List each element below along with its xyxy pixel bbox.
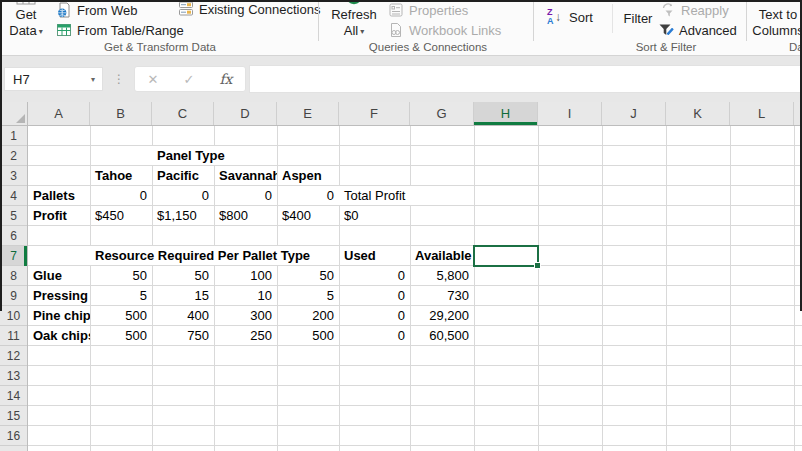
cell-G8[interactable]: 5,800: [410, 266, 474, 285]
row-header-15[interactable]: 15: [0, 406, 27, 426]
cell-C4[interactable]: 0: [152, 186, 214, 205]
cell-B3[interactable]: Tahoe: [90, 166, 152, 185]
cell-G11[interactable]: 60,500: [410, 326, 474, 345]
cell-F10[interactable]: 0: [339, 306, 410, 325]
row-header-11[interactable]: 11: [0, 326, 27, 346]
cell-C10[interactable]: 400: [152, 306, 214, 325]
col-header-F[interactable]: F: [339, 102, 410, 125]
cell-C2[interactable]: Panel Type: [152, 146, 277, 165]
get-data-label-2: Data▾: [2, 23, 50, 40]
cell-A5[interactable]: Profit: [28, 206, 90, 225]
col-header-B[interactable]: B: [90, 102, 152, 125]
cell-F8[interactable]: 0: [339, 266, 410, 285]
cell-E8[interactable]: 50: [277, 266, 339, 285]
filter-label: Filter: [624, 11, 653, 26]
col-header-G[interactable]: G: [410, 102, 474, 125]
cell-D9[interactable]: 10: [214, 286, 277, 305]
cell-E11[interactable]: 500: [277, 326, 339, 345]
cell-B5[interactable]: $450: [90, 206, 152, 225]
workbook-links-button[interactable]: Workbook Links: [388, 21, 501, 39]
col-header-E[interactable]: E: [277, 102, 339, 125]
cell-B7[interactable]: Resource Required Per Pallet Type: [90, 246, 339, 265]
fill-handle[interactable]: [534, 262, 541, 269]
cell-D4[interactable]: 0: [214, 186, 277, 205]
formula-bar-resize-handle[interactable]: ⋮: [112, 67, 126, 91]
row-headers: 1 2 3 4 5 6 7 8 9 10 11 12 13 14 15 16: [0, 126, 28, 451]
cell-E5[interactable]: $400: [277, 206, 339, 225]
select-all-corner[interactable]: [0, 102, 28, 125]
cell-D3[interactable]: Savannah: [214, 166, 277, 185]
sort-button[interactable]: Z A ↓ Sort: [546, 6, 593, 28]
existing-connections-button[interactable]: Existing Connections: [178, 0, 320, 18]
row-header-3[interactable]: 3: [0, 166, 27, 186]
from-web-button[interactable]: From Web: [56, 1, 137, 19]
cell-C11[interactable]: 750: [152, 326, 214, 345]
cell-B10[interactable]: 500: [90, 306, 152, 325]
insert-function-icon[interactable]: fx: [219, 71, 232, 87]
row-header-4[interactable]: 4: [0, 186, 27, 206]
name-box[interactable]: H7 ▾: [4, 67, 103, 91]
col-header-J[interactable]: J: [602, 102, 666, 125]
cell-C3[interactable]: Pacific: [152, 166, 214, 185]
cell-A10[interactable]: Pine chips: [28, 306, 90, 325]
cell-A8[interactable]: Glue: [28, 266, 90, 285]
row-header-10[interactable]: 10: [0, 306, 27, 326]
row-header-9[interactable]: 9: [0, 286, 27, 306]
chevron-down-icon: ▾: [39, 27, 43, 36]
row-header-16[interactable]: 16: [0, 426, 27, 446]
selected-cell-H7[interactable]: [473, 245, 539, 267]
cell-B4[interactable]: 0: [90, 186, 152, 205]
col-header-H-selected[interactable]: H: [474, 102, 538, 125]
cell-B8[interactable]: 50: [90, 266, 152, 285]
formula-input[interactable]: [249, 65, 802, 93]
cell-G10[interactable]: 29,200: [410, 306, 474, 325]
cell-D11[interactable]: 250: [214, 326, 277, 345]
col-header-C[interactable]: C: [152, 102, 214, 125]
properties-button[interactable]: Properties: [388, 1, 468, 19]
row-header-1[interactable]: 1: [0, 126, 27, 146]
cell-B9[interactable]: 5: [90, 286, 152, 305]
cell-C9[interactable]: 15: [152, 286, 214, 305]
cell-E4[interactable]: 0: [277, 186, 339, 205]
row-header-5[interactable]: 5: [0, 206, 27, 226]
col-header-K[interactable]: K: [666, 102, 730, 125]
from-table-range-button[interactable]: From Table/Range: [56, 21, 184, 39]
name-box-caret-icon[interactable]: ▾: [91, 75, 95, 84]
enter-icon[interactable]: ✓: [183, 72, 194, 87]
cell-B11[interactable]: 500: [90, 326, 152, 345]
row-header-14[interactable]: 14: [0, 386, 27, 406]
row-header-7-selected[interactable]: 7: [0, 246, 27, 266]
cell-C5[interactable]: $1,150: [152, 206, 214, 225]
cancel-icon[interactable]: ✕: [148, 72, 159, 87]
cell-A11[interactable]: Oak chips: [28, 326, 90, 345]
cell-E9[interactable]: 5: [277, 286, 339, 305]
cell-D10[interactable]: 300: [214, 306, 277, 325]
cell-E10[interactable]: 200: [277, 306, 339, 325]
cell-D8[interactable]: 100: [214, 266, 277, 285]
row-header-13[interactable]: 13: [0, 366, 27, 386]
advanced-filter-button[interactable]: Advanced: [658, 21, 737, 39]
sheet-grid[interactable]: 1 2 3 4 5 6 7 8 9 10 11 12 13 14 15 16 P…: [0, 126, 802, 451]
cell-C8[interactable]: 50: [152, 266, 214, 285]
cell-G9[interactable]: 730: [410, 286, 474, 305]
reapply-button[interactable]: Reapply: [660, 1, 729, 19]
cell-A9[interactable]: Pressing: [28, 286, 90, 305]
cell-A4[interactable]: Pallets: [28, 186, 90, 205]
row-header-8[interactable]: 8: [0, 266, 27, 286]
col-header-L[interactable]: L: [730, 102, 794, 125]
cell-F7[interactable]: Used: [339, 246, 410, 265]
col-header-D[interactable]: D: [214, 102, 277, 125]
row-header-2[interactable]: 2: [0, 146, 27, 166]
cell-G7[interactable]: Available: [410, 246, 474, 265]
row-header-6[interactable]: 6: [0, 226, 27, 246]
col-header-I[interactable]: I: [538, 102, 602, 125]
cell-D5[interactable]: $800: [214, 206, 277, 225]
row-header-12[interactable]: 12: [0, 346, 27, 366]
row-header-partial[interactable]: [0, 446, 27, 451]
col-header-A[interactable]: A: [28, 102, 90, 125]
cell-F11[interactable]: 0: [339, 326, 410, 345]
cell-F4[interactable]: Total Profit: [339, 186, 474, 205]
cell-E3[interactable]: Aspen: [277, 166, 339, 185]
cell-F9[interactable]: 0: [339, 286, 410, 305]
cell-F5[interactable]: $0: [339, 206, 410, 225]
